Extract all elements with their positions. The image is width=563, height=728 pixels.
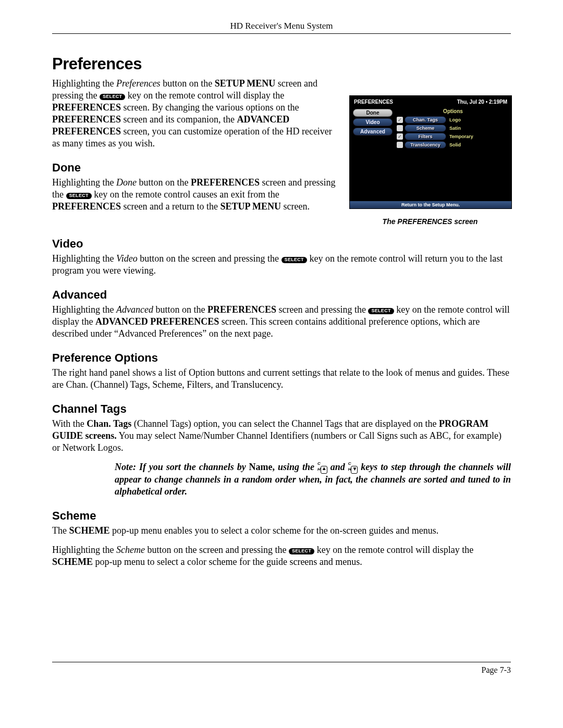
t: Highlighting the [52,78,116,89]
done-paragraph: Highlighting the Done button on the PREF… [52,177,337,213]
channel-up-key-icon: CH [317,461,327,474]
t: screen and a return to the [121,201,220,212]
scr-option-row: Translucency Solid [395,141,511,149]
scr-chan-tags-button: Chan. Tags [405,116,446,124]
t: Advanced [116,304,153,315]
t: button on the screen and pressing the [145,545,289,555]
heading-channel-tags: Channel Tags [52,402,511,416]
t: Name, [249,462,275,473]
scr-title: PREFERENCES [354,99,393,105]
t: Highlighting the [52,304,116,315]
scr-options-title: Options [395,108,511,114]
scr-option-row: ✓ Chan. Tags Logo [395,116,511,124]
t: screen and pressing the [276,304,368,315]
heading-scheme: Scheme [52,509,511,523]
preferences-screenshot: PREFERENCES Thu, Jul 20 • 2:19PM Done Vi… [349,95,512,209]
scr-advanced-button: Advanced [353,128,393,135]
t: Video [116,253,138,264]
checkbox-icon [397,125,403,131]
t: You may select Name/Number Channel Ident… [52,430,501,453]
t: SETUP MENU [215,78,276,89]
scr-video-button: Video [353,118,393,126]
t: Highlighting the [52,545,116,555]
page-number: Page 7-3 [482,665,511,674]
t: SCHEME [52,557,93,567]
video-paragraph: Highlighting the Video button on the scr… [52,253,511,277]
scr-filters-button: Filters [405,133,446,140]
select-key-icon: SELECT [66,193,92,199]
page-title: Preferences [52,55,511,73]
t: Preferences [116,78,161,89]
select-key-icon: SELECT [289,548,314,554]
scr-scheme-button: Scheme [405,125,446,132]
t: SETUP MENU [220,201,281,212]
t: Scheme [116,545,145,555]
t: and [327,462,348,473]
channel-tags-paragraph: With the Chan. Tags (Channel Tags) optio… [52,418,511,454]
scr-translucency-value: Solid [446,142,461,147]
t: button on the [153,304,207,315]
t: screen and its companion, the [121,114,237,125]
select-key-icon: SELECT [368,308,394,314]
scr-footer-hint: Return to the Setup Menu. [350,201,511,208]
scr-scheme-value: Satin [446,126,461,131]
t: Note: If you sort the channels by [115,462,249,473]
scr-translucency-button: Translucency [405,141,446,149]
select-key-icon: SELECT [100,94,125,100]
preferences-screenshot-figure: PREFERENCES Thu, Jul 20 • 2:19PM Done Vi… [349,95,511,226]
t: Chan. Tags [87,418,131,429]
intro-paragraph: Highlighting the Preferences button on t… [52,78,337,150]
t: key on the remote control will display t… [314,545,473,555]
channel-down-key-icon: CH [348,461,358,474]
scr-filters-value: Temporary [446,134,473,139]
t: screen. [281,201,310,212]
t: using the [275,462,317,473]
preference-options-paragraph: The right hand panel shows a list of Opt… [52,367,511,391]
scr-done-button: Done [353,109,393,117]
page-footer: Page 7-3 [52,662,511,675]
t: pop-up menu enables you to select a colo… [110,525,439,536]
t: PREFERENCES [52,201,121,212]
t: Done [116,177,137,188]
scheme-paragraph-2: Highlighting the Scheme button on the sc… [52,544,511,568]
t: The [52,525,69,536]
select-key-icon: SELECT [282,257,307,263]
t: key on the remote control causes an exit… [92,189,279,200]
t: PREFERENCES [52,102,121,113]
t: SCHEME [69,525,109,536]
scr-chan-tags-value: Logo [446,117,461,122]
t: button on the [137,177,191,188]
figure-caption: The PREFERENCES screen [349,217,511,226]
heading-preference-options: Preference Options [52,351,511,365]
heading-done: Done [52,161,337,175]
t: (Channel Tags) option, you can select th… [131,418,439,429]
t: screen. By changing the various options … [121,102,299,113]
checkbox-icon: ✓ [397,133,403,140]
t: button on the [161,78,215,89]
t: button on the screen and pressing the [138,253,282,264]
t: ADVANCED PREFERENCES [95,316,219,327]
advanced-paragraph: Highlighting the Advanced button on the … [52,304,511,340]
t: PREFERENCES [207,304,276,315]
t: Highlighting the [52,177,116,188]
running-header: HD Receiver's Menu System [52,21,511,34]
heading-advanced: Advanced [52,288,511,302]
heading-video: Video [52,237,511,251]
t: Highlighting the [52,253,116,264]
t: PREFERENCES [52,114,121,125]
checkbox-icon [397,142,403,148]
scr-option-row: Scheme Satin [395,125,511,132]
channel-tags-note: Note: If you sort the channels by Name, … [115,461,511,498]
scr-datetime: Thu, Jul 20 • 2:19PM [457,99,507,105]
t: PREFERENCES [191,177,260,188]
scheme-paragraph-1: The SCHEME pop-up menu enables you to se… [52,525,511,537]
t: With the [52,418,87,429]
t: pop-up menu to select a color scheme for… [93,557,362,567]
scr-option-row: ✓ Filters Temporary [395,133,511,140]
t: key on the remote control will display t… [125,90,284,101]
checkbox-icon: ✓ [397,117,403,123]
